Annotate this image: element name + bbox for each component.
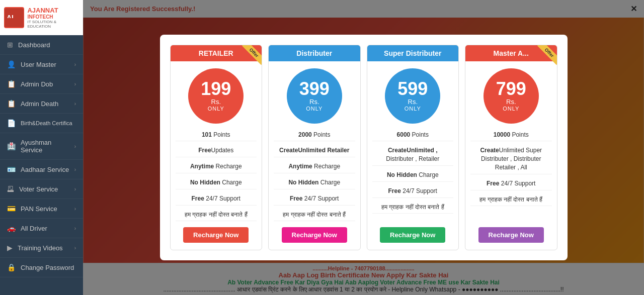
sidebar-item-user-master[interactable]: 👤User Master › (0, 55, 83, 74)
sidebar-item-aadhaar[interactable]: 🪪Aadhaar Service › (0, 160, 83, 179)
price-circle-distributer: 399 Rs. ONLY (287, 68, 342, 124)
sidebar-label: Voter Service (19, 185, 58, 193)
price-only: ONLY (503, 106, 519, 112)
logo-name: AJANNAT (27, 7, 79, 14)
feature-points: 10000 Points (470, 129, 552, 142)
voter-icon: 🗳 (7, 185, 14, 193)
pricing-grid: RETAILER Offer 199 Rs. ONLY 101 Points F… (170, 45, 557, 251)
modal-overlay[interactable]: RETAILER Offer 199 Rs. ONLY 101 Points F… (83, 0, 644, 295)
sidebar-label: Aadhaar Service (21, 166, 69, 173)
price-amount: 599 (397, 80, 428, 98)
death-icon: 📋 (7, 100, 16, 108)
feature-hidden: No Hidden Charge (274, 176, 355, 189)
feature-hindi: हम ग्राहक नहीं दोस्त बनाते हैं (470, 193, 552, 207)
plan-header-distributer: Distributer (269, 45, 360, 61)
plan-features-master: 10000 Points CreateUnlimited SuperDistri… (465, 129, 557, 222)
arrow-icon: › (74, 62, 76, 67)
feature-recharge: Anytime Recharge (176, 160, 257, 173)
sidebar: AI AJANNAT INFOTECH IT SOLUTION & EDUCAT… (0, 0, 83, 295)
sidebar-item-change-password[interactable]: 🔒Change Password (0, 258, 83, 277)
feature-hidden: No Hidden Charge (372, 169, 454, 182)
feature-points: 6000 Points (372, 129, 454, 142)
sidebar-item-all-driver[interactable]: 🚗All Driver › (0, 219, 83, 238)
price-amount: 199 (201, 80, 231, 98)
dob-icon: 📋 (7, 80, 16, 88)
price-rs: Rs. (309, 98, 319, 106)
dashboard-icon: ⊞ (7, 41, 13, 49)
sidebar-label: User Master (21, 61, 56, 68)
feature-hindi: हम ग्राहक नहीं दोस्त बनाते हैं (274, 209, 355, 222)
logo-sub: INFOTECH (27, 14, 79, 20)
plan-features-distributer: 2000 Points CreateUnlimited Retailer Any… (269, 129, 360, 222)
price-amount: 799 (496, 80, 526, 98)
feature-support: Free 24/7 Support (274, 192, 355, 206)
pricing-modal: RETAILER Offer 199 Rs. ONLY 101 Points F… (160, 35, 568, 261)
sidebar-item-birth-death[interactable]: 📄Birth&Death Certifica (0, 114, 83, 133)
logo-icon: AI (4, 7, 24, 28)
feature-create: CreateUnlimited ,Distributer , Retailer (372, 144, 454, 166)
sidebar-label: All Driver (21, 225, 47, 232)
price-circle-master: 799 Rs. ONLY (484, 68, 539, 124)
feature-updates: FreeUpdates (176, 144, 257, 157)
recharge-button-super[interactable]: Recharge Now (380, 227, 445, 243)
sidebar-item-voter[interactable]: 🗳Voter Service › (0, 179, 83, 199)
sidebar-logo: AI AJANNAT INFOTECH IT SOLUTION & EDUCAT… (0, 0, 83, 35)
sidebar-label: PAN Service (21, 205, 57, 213)
cert-icon: 📄 (7, 119, 16, 127)
recharge-button-distributer[interactable]: Recharge Now (282, 227, 347, 243)
arrow-icon: › (74, 81, 76, 87)
price-rs: Rs. (506, 98, 516, 106)
logo-text: AJANNAT INFOTECH IT SOLUTION & EDUCATION (27, 7, 79, 29)
plan-card-distributer: Distributer 399 Rs. ONLY 2000 Points Cre… (268, 45, 361, 251)
logo-tagline: IT SOLUTION & EDUCATION (27, 20, 79, 29)
price-only: ONLY (306, 106, 323, 112)
sidebar-item-ayushman[interactable]: 🏥Ayushman Service › (0, 133, 83, 160)
feature-support: Free 24/7 Support (176, 192, 257, 206)
plan-card-retailer: RETAILER Offer 199 Rs. ONLY 101 Points F… (170, 45, 263, 251)
plan-features-retailer: 101 Points FreeUpdates Anytime Recharge … (171, 129, 262, 222)
sidebar-label: Birth&Death Certifica (21, 120, 72, 126)
video-icon: ▶ (7, 244, 13, 252)
arrow-icon: › (74, 144, 76, 149)
feature-points: 101 Points (176, 129, 257, 142)
price-only: ONLY (208, 106, 224, 112)
offer-ribbon-master: Offer (532, 45, 557, 70)
feature-recharge: Anytime Recharge (274, 160, 355, 173)
feature-points: 2000 Points (274, 129, 355, 142)
driver-icon: 🚗 (7, 224, 16, 232)
arrow-icon: › (74, 245, 76, 251)
arrow-icon: › (74, 186, 76, 192)
sidebar-item-admin-dob[interactable]: 📋Admin Dob › (0, 74, 83, 94)
price-circle-retailer: 199 Rs. ONLY (188, 68, 244, 124)
feature-hindi: हम ग्राहक नहीं दोस्त बनाते हैं (176, 209, 257, 222)
offer-text: Offer (537, 45, 557, 65)
price-only: ONLY (405, 106, 421, 112)
sidebar-label: Training Videos (18, 244, 63, 252)
plan-header-master: Master A... Offer (465, 45, 557, 61)
recharge-button-master[interactable]: Recharge Now (478, 227, 544, 243)
sidebar-label: Dashboard (18, 41, 50, 49)
plan-header-retailer: RETAILER Offer (171, 45, 262, 61)
sidebar-label: Admin Death (21, 100, 58, 108)
offer-ribbon-retailer: Offer (236, 45, 262, 70)
plan-header-super: Super Distributer (367, 45, 459, 61)
arrow-icon: › (74, 167, 76, 172)
sidebar-item-training[interactable]: ▶Training Videos › (0, 238, 83, 258)
recharge-button-retailer[interactable]: Recharge Now (183, 227, 249, 243)
feature-hidden: No Hidden Charge (176, 176, 257, 189)
offer-text: Offer (242, 45, 262, 65)
price-rs: Rs. (408, 98, 418, 106)
arrow-icon: › (74, 206, 76, 212)
ayushman-icon: 🏥 (7, 142, 16, 150)
aadhaar-icon: 🪪 (7, 165, 16, 173)
sidebar-item-pan[interactable]: 💳PAN Service › (0, 199, 83, 219)
arrow-icon: › (74, 101, 76, 107)
plan-features-super: 6000 Points CreateUnlimited ,Distributer… (367, 129, 459, 222)
feature-support: Free 24/7 Support (372, 185, 454, 198)
plan-card-super-distributer: Super Distributer 599 Rs. ONLY 6000 Poin… (367, 45, 459, 251)
sidebar-item-admin-death[interactable]: 📋Admin Death › (0, 94, 83, 114)
sidebar-label: Ayushman Service (21, 139, 74, 154)
price-amount: 399 (299, 80, 330, 98)
sidebar-item-dashboard[interactable]: ⊞Dashboard (0, 35, 83, 55)
price-circle-super: 599 Rs. ONLY (385, 68, 440, 124)
